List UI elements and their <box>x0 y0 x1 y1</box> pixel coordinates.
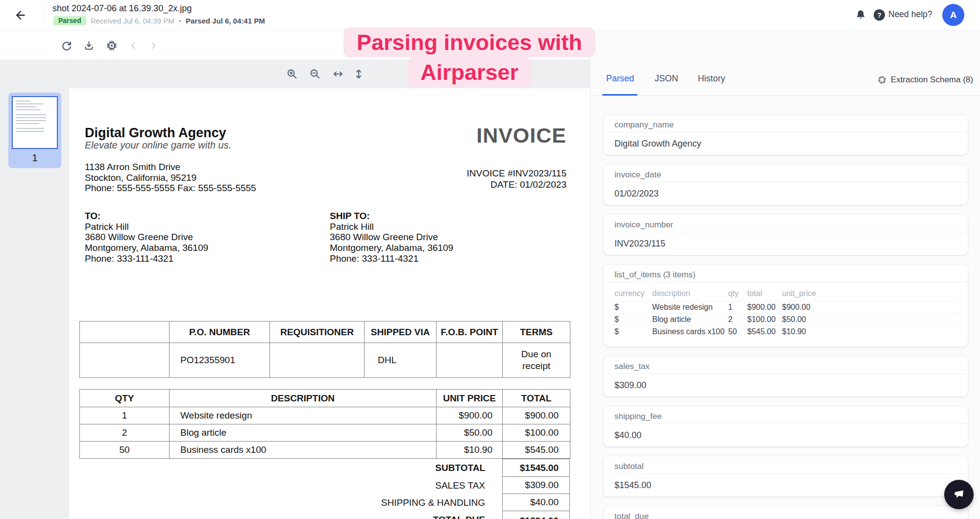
invoice-po-table: P.O. NUMBER REQUISITIONER SHIPPED VIA F.… <box>79 321 570 378</box>
avatar[interactable]: A <box>942 4 964 26</box>
field-value[interactable]: $309.00 <box>604 374 968 396</box>
previous-document-button[interactable] <box>127 39 140 52</box>
document-meta: Parsed Received Jul 6, 04:39 PM • Parsed… <box>53 15 265 26</box>
summary-value: $309.00 <box>502 476 570 494</box>
tab-parsed[interactable]: Parsed <box>606 74 634 84</box>
summary-value: $1545.00 <box>502 459 570 477</box>
page-thumbnail-preview <box>12 96 58 149</box>
field-card-total-due: total_due <box>603 506 968 519</box>
invoice-items-table: QTY DESCRIPTION UNIT PRICE TOTAL 1 Websi… <box>79 389 570 459</box>
invoice-company-address: 1138 Arron Smith Drive Stockton, Califor… <box>85 162 256 194</box>
field-value[interactable]: $40.00 <box>604 424 968 446</box>
header-bar: shot 2024-07-06 at 16.39.30_2x.jpg Parse… <box>0 0 980 30</box>
invoice-item-row: 1 Website redesign $900.00 $900.00 <box>80 407 570 424</box>
field-label: invoice_number <box>604 215 968 232</box>
chevron-left-icon <box>128 40 139 51</box>
document-canvas: 1 Digital Growth Agency Elevate your onl… <box>0 88 590 519</box>
summary-value: $1894.00 <box>502 511 570 519</box>
invoice-company-name: Digital Growth Agency <box>85 125 226 141</box>
annotation-line-1: Parsing invoices with <box>343 27 595 57</box>
invoice-page: Digital Growth Agency Elevate your onlin… <box>69 88 590 519</box>
field-label: list_of_items (3 items) <box>604 265 968 282</box>
extraction-schema-link[interactable]: Extraction Schema (8) <box>877 75 973 85</box>
page-thumbnail[interactable]: 1 <box>8 93 61 168</box>
page-number: 1 <box>8 152 61 164</box>
next-document-button[interactable] <box>147 39 160 52</box>
field-value[interactable]: Digital Growth Agency <box>604 132 968 155</box>
extraction-schema-label: Extraction Schema (8) <box>891 75 973 85</box>
invoice-tagline: Elevate your online game with us. <box>85 140 231 151</box>
summary-label: SUBTOTAL <box>79 463 485 473</box>
meta-separator: • <box>179 17 181 25</box>
need-help-link[interactable]: Need help? <box>888 9 932 20</box>
status-badge: Parsed <box>53 16 86 25</box>
field-label: total_due <box>604 506 968 519</box>
invoice-title: INVOICE <box>476 124 566 148</box>
tab-json[interactable]: JSON <box>655 74 678 84</box>
field-label: sales_tax <box>604 356 968 374</box>
chat-launcher-button[interactable] <box>944 480 974 509</box>
parsed-timestamp: Parsed Jul 6, 04:41 PM <box>186 17 265 25</box>
parsed-item-row: $ Website redesign 1 $900.00 $900.00 <box>614 301 958 314</box>
reparse-button[interactable] <box>60 39 73 52</box>
summary-label: SALES TAX <box>79 481 485 491</box>
field-label: invoice_date <box>604 165 968 182</box>
field-card-shipping-fee: shipping_fee $40.00 <box>603 406 968 447</box>
invoice-ship-to: SHIP TO: Patrick Hill 3680 Willow Greene… <box>330 211 453 264</box>
question-circle-icon[interactable] <box>874 9 885 21</box>
invoice-item-row: 2 Blog article $50.00 $100.00 <box>80 424 570 442</box>
download-icon <box>83 40 95 51</box>
zoom-in-button[interactable] <box>286 68 298 80</box>
summary-label: TOTAL DUE <box>79 515 485 519</box>
chip-icon <box>106 40 118 51</box>
field-card-list-of-items: list_of_items (3 items) currency descrip… <box>603 264 968 347</box>
invoice-item-row: 50 Business cards x100 $10.90 $545.00 <box>80 442 570 459</box>
back-button[interactable] <box>13 7 28 23</box>
document-title: shot 2024-07-06 at 16.39.30_2x.jpg <box>52 3 192 14</box>
field-value[interactable]: INV2023/115 <box>604 232 968 255</box>
zoom-out-icon <box>309 68 321 80</box>
invoice-bill-to: TO: Patrick Hill 3680 Willow Greene Driv… <box>85 211 208 264</box>
fit-width-icon <box>332 68 344 80</box>
field-card-company-name: company_name Digital Growth Agency <box>603 114 968 155</box>
field-value[interactable]: 01/02/2023 <box>604 182 968 205</box>
field-label: shipping_fee <box>604 406 968 424</box>
chat-bubble-icon <box>952 487 966 502</box>
summary-value: $40.00 <box>502 494 570 511</box>
tab-history[interactable]: History <box>698 74 725 84</box>
fit-width-button[interactable] <box>332 68 344 80</box>
invoice-number-date: INVOICE #INV2023/115 DATE: 01/02/2023 <box>467 168 566 190</box>
airparser-app: shot 2024-07-06 at 16.39.30_2x.jpg Parse… <box>0 0 980 519</box>
zoom-out-button[interactable] <box>309 68 321 80</box>
notifications-button[interactable] <box>855 9 867 21</box>
field-card-invoice-date: invoice_date 01/02/2023 <box>603 164 968 205</box>
header-divider <box>43 4 44 25</box>
field-card-sales-tax: sales_tax $309.00 <box>603 356 968 397</box>
bell-icon <box>855 9 867 21</box>
parsed-item-row: $ Business cards x100 50 $545.00 $10.90 <box>614 326 958 338</box>
invoice-summary: SUBTOTAL SALES TAX SHIPPING & HANDLING T… <box>79 459 570 519</box>
debug-parse-button[interactable] <box>105 39 118 52</box>
openai-icon <box>877 75 887 85</box>
parsed-fields-list: company_name Digital Growth Agency invoi… <box>590 96 980 519</box>
parsed-item-row: $ Blog article 2 $100.00 $50.00 <box>614 314 958 326</box>
refresh-icon <box>61 40 72 51</box>
field-label: company_name <box>604 115 968 132</box>
received-timestamp: Received Jul 6, 04:39 PM <box>91 17 174 25</box>
download-button[interactable] <box>82 39 95 52</box>
annotation-line-2: Airparser <box>407 57 532 87</box>
field-label: subtotal <box>604 456 968 474</box>
summary-label: SHIPPING & HANDLING <box>79 498 485 508</box>
chevron-right-icon <box>148 40 159 51</box>
annotation-banner: Parsing invoices with Airparser <box>343 27 595 87</box>
field-card-invoice-number: invoice_number INV2023/115 <box>603 214 968 255</box>
field-value[interactable]: $1545.00 <box>604 474 968 496</box>
back-icon <box>14 9 27 22</box>
field-card-subtotal: subtotal $1545.00 <box>603 456 968 497</box>
parsed-panel: Parsed JSON History Extraction Schema (8… <box>590 30 980 519</box>
parsed-items-table: currency description qty total unit_pric… <box>614 289 958 338</box>
zoom-in-icon <box>286 68 298 80</box>
